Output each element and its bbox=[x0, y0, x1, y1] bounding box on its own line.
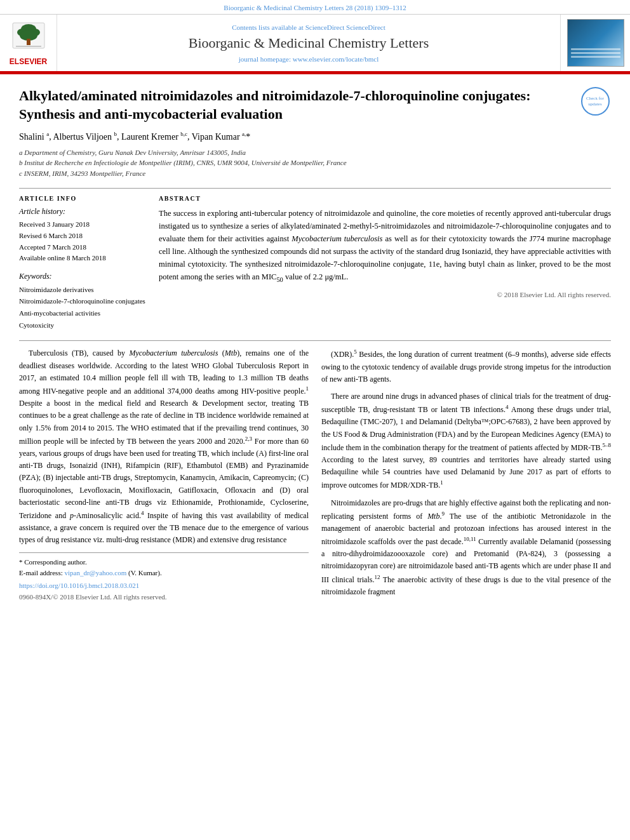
abstract-label: Abstract bbox=[159, 195, 611, 202]
keywords-section: Keywords: Nitroimidazole derivatives Nit… bbox=[19, 272, 146, 331]
article-title-section: Alkylated/aminated nitroimidazoles and n… bbox=[19, 87, 611, 123]
body-para-nine-drugs: There are around nine drugs in advanced … bbox=[321, 390, 611, 492]
keyword-2: Nitroimidazole-7-chloroquinoline conjuga… bbox=[19, 295, 146, 307]
article-title: Alkylated/aminated nitroimidazoles and n… bbox=[19, 87, 570, 123]
elsevier-tree-icon bbox=[10, 20, 48, 55]
copyright-line: © 2018 Elsevier Ltd. All rights reserved… bbox=[159, 291, 611, 298]
keywords-label: Keywords: bbox=[19, 272, 146, 281]
email-link[interactable]: vipan_dr@yahoo.com bbox=[64, 569, 126, 577]
received-date: Received 3 January 2018 bbox=[19, 219, 146, 230]
keyword-4: Cytotoxicity bbox=[19, 319, 146, 331]
body-left-col: Tuberculosis (TB), caused by Mycobacteri… bbox=[19, 347, 309, 603]
publisher-logo-area: ELSEVIER bbox=[0, 15, 57, 71]
affiliations-block: a Department of Chemistry, Guru Nanak De… bbox=[19, 147, 611, 179]
keyword-3: Anti-mycobacterial activities bbox=[19, 307, 146, 319]
article-content: Alkylated/aminated nitroimidazoles and n… bbox=[0, 74, 630, 616]
revised-date: Revised 6 March 2018 bbox=[19, 230, 146, 242]
corresponding-author-note: * Corresponding author. bbox=[19, 557, 309, 568]
body-right-col: (XDR).5 Besides, the long duration of cu… bbox=[321, 347, 611, 603]
journal-title: Bioorganic & Medicinal Chemistry Letters bbox=[189, 35, 429, 51]
abstract-text: The success in exploring anti-tubercular… bbox=[159, 207, 611, 285]
info-abstract-section: Article Info Article history: Received 3… bbox=[19, 188, 611, 331]
journal-cover-image bbox=[567, 19, 624, 67]
cover-decoration bbox=[571, 48, 620, 60]
journal-homepage: journal homepage: www.elsevier.com/locat… bbox=[239, 55, 379, 63]
authors-line: Shalini a, Albertus Viljoen b, Laurent K… bbox=[19, 131, 611, 142]
journal-reference-text: Bioorganic & Medicinal Chemistry Letters… bbox=[224, 4, 406, 11]
check-for-updates-badge: Check forupdates bbox=[579, 87, 611, 116]
journal-title-area: Contents lists available at ScienceDirec… bbox=[57, 15, 560, 71]
issn-line: 0960-894X/© 2018 Elsevier Ltd. All right… bbox=[19, 592, 309, 603]
keyword-1: Nitroimidazole derivatives bbox=[19, 284, 146, 296]
journal-reference-bar: Bioorganic & Medicinal Chemistry Letters… bbox=[0, 0, 630, 15]
article-info-label: Article Info bbox=[19, 195, 146, 202]
body-para-nitroimidazoles: Nitroimidazoles are pro-drugs that are h… bbox=[321, 497, 611, 599]
sciencedirect-text: Contents lists available at ScienceDirec… bbox=[232, 23, 385, 31]
affiliation-a: a Department of Chemistry, Guru Nanak De… bbox=[19, 147, 611, 158]
svg-rect-5 bbox=[27, 39, 30, 45]
body-para-1: Tuberculosis (TB), caused by Mycobacteri… bbox=[19, 347, 309, 546]
email-note: E-mail address: vipan_dr@yahoo.com (V. K… bbox=[19, 568, 309, 578]
article-history: Article history: Received 3 January 2018… bbox=[19, 207, 146, 263]
body-columns: Tuberculosis (TB), caused by Mycobacteri… bbox=[19, 347, 611, 603]
doi-link[interactable]: https://doi.org/10.1016/j.bmcl.2018.03.0… bbox=[19, 580, 309, 592]
body-divider bbox=[19, 340, 611, 341]
journal-header: ELSEVIER Contents lists available at Sci… bbox=[0, 15, 630, 72]
body-para-xdr: (XDR).5 Besides, the long duration of cu… bbox=[321, 347, 611, 385]
sciencedirect-brand: ScienceDirect bbox=[346, 23, 385, 31]
available-online-date: Available online 8 March 2018 bbox=[19, 253, 146, 264]
affiliation-b: b Institut de Recherche en Infectiologie… bbox=[19, 157, 611, 168]
footnote-section: * Corresponding author. E-mail address: … bbox=[19, 552, 309, 603]
abstract-col: Abstract The success in exploring anti-t… bbox=[159, 195, 611, 331]
accepted-date: Accepted 7 March 2018 bbox=[19, 242, 146, 253]
elsevier-brand-text: ELSEVIER bbox=[10, 57, 47, 66]
history-label: Article history: bbox=[19, 207, 146, 217]
affiliation-c: c INSERM, IRIM, 34293 Montpellier, Franc… bbox=[19, 168, 611, 179]
article-info-col: Article Info Article history: Received 3… bbox=[19, 195, 146, 331]
update-badge-icon: Check forupdates bbox=[581, 87, 610, 116]
elsevier-logo: ELSEVIER bbox=[10, 20, 48, 66]
journal-cover-area bbox=[560, 15, 630, 71]
